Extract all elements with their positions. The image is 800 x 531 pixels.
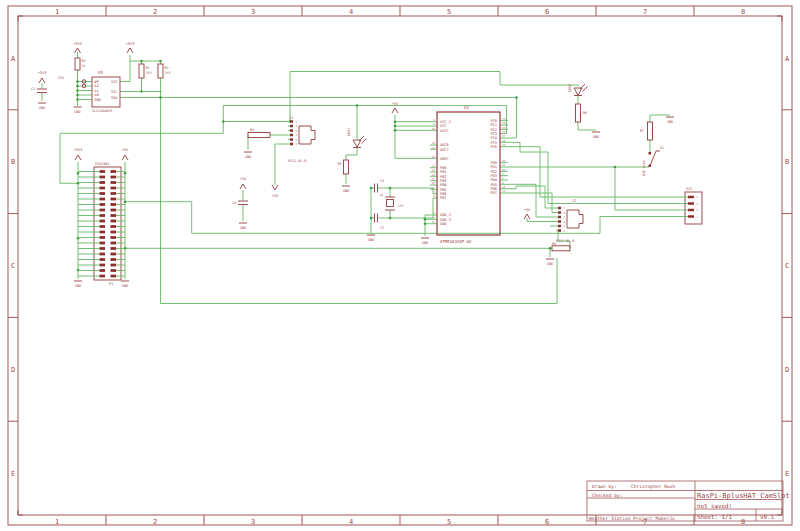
j2-part: RJ11-6L-B xyxy=(556,239,574,243)
j1-pad xyxy=(290,134,293,137)
resistor-r3 xyxy=(75,58,80,70)
frame-row-label: A xyxy=(11,55,16,63)
mcu-pin-number: 32 xyxy=(502,168,506,172)
header-pad xyxy=(100,253,106,256)
r2-designator: R2 xyxy=(165,66,169,70)
junction-dot xyxy=(394,129,397,132)
save-status: not saved! xyxy=(697,503,732,509)
frame-col-label: 8 xyxy=(741,8,745,16)
header-pad xyxy=(111,220,117,223)
supply-label: +5V xyxy=(272,194,279,198)
schematic-drawing: U5ILC24AA025WPA2A1A0GNDVCCSCLSDACFGGND+3… xyxy=(8,6,792,526)
mcu-pin-number: 20 xyxy=(432,155,436,159)
frame-col-label: 2 xyxy=(153,8,157,16)
j2-pad xyxy=(558,207,561,210)
drawn-by-value: Christopher Rush xyxy=(631,484,675,489)
frame-col-label: 4 xyxy=(349,8,353,16)
sheet-number: Sheet: 1/1 xyxy=(697,514,732,520)
junction-dot xyxy=(76,94,79,97)
junction-dot xyxy=(394,125,397,128)
j1-part: RJ11-6L-B xyxy=(288,159,306,163)
mcu-pin-name: PD5 xyxy=(491,183,498,187)
led2-symbol xyxy=(574,88,582,95)
frame-row-label: C xyxy=(11,262,15,270)
j1-pin-number: 1 xyxy=(296,120,298,124)
header-pad xyxy=(111,198,117,201)
eeprom-part: ILC24AA025 xyxy=(92,109,112,113)
frame-row-label: A xyxy=(785,55,790,63)
wire xyxy=(500,147,683,197)
supply-label: +5V xyxy=(240,177,247,181)
eeprom-pin-name: WP xyxy=(95,80,99,84)
sv1-pad xyxy=(688,202,694,205)
drawn-by-label: Drawn by: xyxy=(592,484,617,489)
gpio-header-body xyxy=(94,167,121,280)
junction-dot xyxy=(159,60,162,63)
eeprom-pin-name: A1 xyxy=(95,89,99,93)
header-pad xyxy=(100,242,106,245)
header-pad xyxy=(100,209,106,212)
j2-pin-number: 4 xyxy=(564,220,566,224)
frame-row-label: E xyxy=(11,470,15,478)
frame-col-label: 5 xyxy=(447,518,451,526)
cfg-label: CFG xyxy=(58,76,64,80)
junction-dot xyxy=(76,80,79,83)
mcu-pin-number: 11 xyxy=(502,189,506,193)
junction-dot xyxy=(222,120,225,123)
frame-col-label: 6 xyxy=(545,518,549,526)
junction-dot xyxy=(140,90,143,93)
mcu-pin-name: PB5 xyxy=(440,188,447,192)
resistor-r1 xyxy=(139,64,144,78)
frame-row-label: D xyxy=(11,366,15,374)
c3-designator: C3 xyxy=(380,179,384,183)
supply-arrow xyxy=(122,155,128,160)
gnd-label: GND xyxy=(368,238,374,242)
j1-pin-number: 4 xyxy=(296,133,298,137)
j1-pin-number: 6 xyxy=(296,142,298,146)
sv1-pad xyxy=(688,196,694,199)
supply-label: +5V xyxy=(122,148,129,152)
q1-designator: Q1 xyxy=(380,193,384,197)
supply-arrow xyxy=(75,155,81,160)
eeprom-designator: U5 xyxy=(98,70,103,75)
sv1-pad xyxy=(688,215,694,218)
mcu-part: ATMEGA328P-AU xyxy=(440,239,472,244)
s1-contact xyxy=(649,152,652,155)
frame-col-label: 3 xyxy=(251,518,255,526)
r4-designator: R4 xyxy=(250,128,254,132)
wire xyxy=(120,55,130,82)
header-pad xyxy=(111,214,117,217)
c2-designator: C2 xyxy=(380,226,384,230)
header-pad xyxy=(111,258,117,261)
junction-dot xyxy=(389,217,392,220)
header-designator: P1 xyxy=(109,282,113,286)
s1-part: B3F-10XX xyxy=(642,161,646,176)
junction-dot xyxy=(515,96,518,99)
wire xyxy=(578,122,596,130)
header-pad xyxy=(100,181,106,184)
led1-designator: LED1 xyxy=(347,128,351,136)
header-pad xyxy=(111,247,117,250)
version-label: v0.1 xyxy=(760,514,774,520)
mcu-pin-number: 14 xyxy=(432,173,436,177)
frame-col-label: 8 xyxy=(741,518,745,526)
supply-label: +3V3 xyxy=(126,42,135,46)
supply-arrow xyxy=(272,185,278,190)
checked-by-label: Checked by: xyxy=(592,493,622,498)
gnd-label: GND xyxy=(240,226,246,230)
frame-col-label: 3 xyxy=(251,8,255,16)
mcu-pin-name: PB2 xyxy=(440,175,447,179)
j1-pin-number: 5 xyxy=(296,138,298,142)
j2-pin-number: 1 xyxy=(564,206,566,210)
sheet-title: RasPi-BplusHAT_CamSlot xyxy=(697,492,790,500)
mcu-pin-number: 28 xyxy=(502,139,506,143)
frame-row-label: E xyxy=(785,470,789,478)
q1-value: 16M xyxy=(398,204,404,208)
c1-designator: C1 xyxy=(31,87,35,91)
r3-designator: R3 xyxy=(82,59,86,63)
mcu-pin-number: 21 xyxy=(432,220,436,224)
header-pad xyxy=(111,181,117,184)
mcu-pin-name: PB7 xyxy=(440,196,447,200)
header-pad xyxy=(100,247,106,250)
wire xyxy=(346,148,357,161)
